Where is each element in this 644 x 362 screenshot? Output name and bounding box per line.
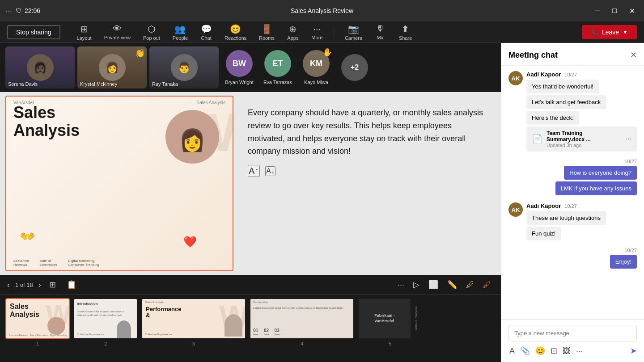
meeting-timer: 🛡 22:06	[16, 7, 40, 14]
highlighter-button[interactable]: 🖊	[463, 279, 477, 290]
overflow-count: +2	[341, 54, 368, 81]
emoji-button[interactable]: 😊	[534, 345, 546, 357]
thumbnail-2[interactable]: Introduction Lorem ipsum dolor sit amet …	[73, 298, 138, 346]
maximize-button[interactable]: □	[609, 6, 620, 16]
more-icon: ···	[314, 24, 321, 34]
aadi-message-content-2: Aadi Kapoor 10/27 These are tough questi…	[526, 202, 637, 242]
thumb-num-1: 1	[36, 341, 39, 346]
thumb-num-4: 4	[301, 341, 303, 346]
annotation-more-button[interactable]: ···	[395, 279, 407, 290]
thumb-content-5: Fabrikam -VanArsdel Fabrikam - VanArsdel	[359, 299, 421, 338]
close-button[interactable]: ✕	[626, 6, 639, 16]
attach-file-button[interactable]: 📎	[519, 345, 531, 357]
chat-input[interactable]	[508, 325, 637, 341]
chat-bubble-feedback: Let's talk and get feedback	[526, 95, 606, 109]
share-icon: ⬆	[402, 24, 409, 34]
meeting-toolbar: Stop sharing ⊞ Layout 👁 Private view ⬡ P…	[0, 21, 644, 43]
reactions-button[interactable]: 😊 Reactions	[219, 22, 252, 42]
share-button[interactable]: ⬆ Share	[394, 22, 417, 42]
chat-bubble-deck: Here's the deck:	[526, 111, 579, 125]
slide-heart-icon: ❤️	[183, 236, 197, 248]
participant-kayo: KM ✋ Kayo Miwa	[298, 46, 334, 88]
minimize-button[interactable]: ─	[591, 6, 603, 16]
leave-button[interactable]: 📞 Leave ▼	[582, 25, 637, 39]
camera-icon: 📷	[348, 24, 359, 34]
aadi-sender-name-2: Aadi Kapoor	[526, 202, 561, 209]
thumb-img-1[interactable]: W SalesAnalysis Executive Reviews Sale o…	[5, 298, 70, 339]
participant-bryan: BW Bryan Wright	[221, 46, 257, 88]
presentation-area: VanArsdel Sales Analysis W SalesAnalysis…	[0, 92, 501, 275]
thumb-content-4: Partnership Lorem ipsum text about partn…	[250, 299, 353, 338]
chat-icon: 💬	[201, 24, 212, 34]
chat-bubble-quiz: Fun quiz!	[526, 227, 561, 240]
thumbnail-3[interactable]: Sales Analysis W Performance& Collective…	[141, 298, 246, 346]
thumb-content-2: Introduction Lorem ipsum dolor sit amet …	[74, 299, 137, 338]
slide-footer: ExecutiveReviews Sale ofElectronics Digi…	[13, 259, 225, 267]
more-button[interactable]: ··· More	[306, 22, 328, 42]
next-slide-button[interactable]: ›	[38, 280, 41, 290]
toolbar-separator-2	[334, 25, 334, 39]
sticker-button[interactable]: 🖼	[562, 345, 572, 357]
people-button[interactable]: 👥 People	[167, 22, 193, 42]
camera-button[interactable]: 📷 Camera	[339, 22, 368, 42]
slide-page-indicator: 1 of 18	[15, 282, 33, 288]
thumb-img-4[interactable]: Partnership Lorem ipsum text about partn…	[250, 298, 354, 339]
main-slide: VanArsdel Sales Analysis W SalesAnalysis…	[5, 96, 233, 271]
chat-messages: AK Aadi Kapoor 10/27 Yes that'd be wonde…	[501, 66, 644, 319]
decrease-font-button[interactable]: A↓	[265, 166, 275, 176]
eraser-button[interactable]: ⬜	[426, 279, 441, 290]
send-button[interactable]: ➤	[630, 346, 637, 356]
file-more-button[interactable]: ···	[626, 135, 631, 143]
chat-message-right-1: 10/27 How is everyone doing? LMK if you …	[508, 159, 637, 197]
right-time-2: 10/27	[624, 248, 637, 253]
pop-out-button[interactable]: ⬡ Pop out	[138, 22, 165, 42]
participant-krystal: 👩 Krystal Mckinney 👏	[77, 46, 147, 88]
slide-text-panel: Every company should have a quarterly, o…	[233, 96, 496, 271]
format-text-button[interactable]: A	[508, 345, 516, 357]
pointer-button[interactable]: ▷	[411, 279, 422, 290]
marker-button[interactable]: 🖋	[480, 279, 494, 290]
chat-close-button[interactable]: ✕	[630, 50, 637, 60]
more-options-button[interactable]: ···	[575, 345, 584, 357]
thumb-num-2: 2	[104, 341, 107, 346]
chat-bubble-lmk: LMK if you have any issues	[555, 181, 637, 195]
participant-name-eva: Eva Terrazas	[263, 80, 292, 85]
annotation-tools: ··· ▷ ⬜ ✏️ 🖊 🖋	[395, 279, 494, 290]
chat-file-attachment[interactable]: 📄 Team Training Summary.docx ... Updated…	[526, 126, 637, 152]
rooms-button[interactable]: 🚪 Rooms	[254, 22, 280, 42]
pen-button[interactable]: ✏️	[445, 279, 460, 290]
thumb-num-3: 3	[192, 341, 195, 346]
private-view-button[interactable]: 👁 Private view	[99, 22, 136, 42]
participant-name-ray: Ray Tanaka	[152, 81, 178, 87]
thumb-img-5[interactable]: Fabrikam -VanArsdel Fabrikam - VanArsdel	[358, 298, 422, 339]
gif-button[interactable]: ⊡	[550, 345, 558, 357]
thumbnail-4[interactable]: Partnership Lorem ipsum text about partn…	[250, 298, 354, 346]
slide-notes-button[interactable]: 📋	[64, 279, 79, 290]
apps-button[interactable]: ⊕ Apps	[282, 22, 304, 42]
window-title: Sales Analysis Review	[291, 7, 353, 14]
aadi-sender-name: Aadi Kapoor	[526, 71, 561, 78]
participant-name-bryan: Bryan Wright	[225, 80, 253, 85]
thumbnail-5[interactable]: Fabrikam -VanArsdel Fabrikam - VanArsdel…	[358, 298, 422, 346]
chat-bubble-tough: These are tough questions	[526, 211, 606, 225]
thumb-img-3[interactable]: Sales Analysis W Performance& Collective…	[141, 298, 246, 339]
thumb-img-2[interactable]: Introduction Lorem ipsum dolor sit amet …	[73, 298, 138, 339]
font-controls: A↑ A↓	[248, 165, 485, 177]
reactions-icon: 😊	[230, 24, 241, 34]
chat-message-right-2: 10/27 Enjoy!	[508, 248, 637, 270]
chat-button[interactable]: 💬 Chat	[195, 22, 217, 42]
grid-view-button[interactable]: ⊞	[47, 279, 59, 290]
slide-emoji-icons: 👐	[20, 229, 35, 244]
left-panel: 👩🏿 Serena Davis 👩 Krystal Mckinney 👏 👨 R…	[0, 43, 501, 362]
thumbnail-1[interactable]: W SalesAnalysis Executive Reviews Sale o…	[5, 298, 70, 346]
participant-overflow[interactable]: +2	[337, 46, 373, 88]
increase-font-button[interactable]: A↑	[248, 165, 260, 177]
aadi-message-content-1: Aadi Kapoor 10/27 Yes that'd be wonderfu…	[526, 71, 637, 153]
stop-sharing-button[interactable]: Stop sharing	[7, 25, 60, 39]
layout-button[interactable]: ⊞ Layout	[72, 22, 97, 42]
toolbar-separator-1	[66, 25, 66, 39]
prev-slide-button[interactable]: ‹	[7, 280, 10, 290]
top-bar: ··· 🛡 22:06 Sales Analysis Review ─ □ ✕	[0, 0, 644, 21]
more-dots[interactable]: ···	[5, 6, 12, 16]
mic-button[interactable]: 🎙 Mic	[369, 22, 392, 42]
